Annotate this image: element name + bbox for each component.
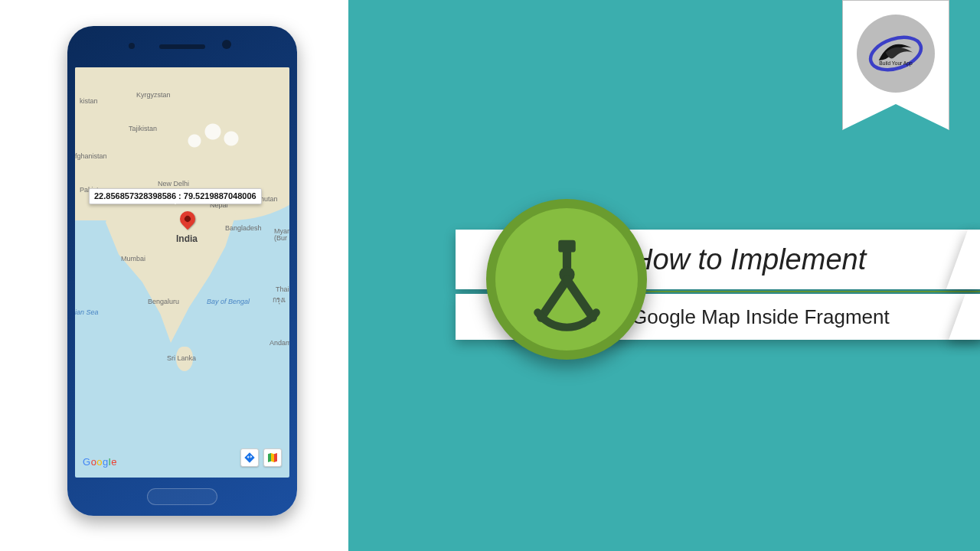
phone-camera	[222, 40, 231, 49]
map-label: Bengaluru	[148, 298, 179, 305]
map-label: Bay of Bengal	[207, 298, 250, 305]
map-label: Tajikistan	[129, 126, 157, 132]
map-mountains	[167, 113, 259, 159]
map-screen[interactable]: kistan Kyrgyzstan Tajikistan fghanistan …	[75, 67, 289, 478]
map-label: fghanistan	[75, 153, 107, 160]
map-label: Mumbai	[121, 256, 145, 262]
google-watermark: Google	[83, 457, 117, 467]
map-label: New Delhi	[158, 181, 189, 187]
phone-device: kistan Kyrgyzstan Tajikistan fghanistan …	[67, 26, 297, 516]
brand-ribbon: Build Your App	[842, 0, 949, 130]
map-label: Andama	[270, 340, 289, 347]
phone-sensor	[129, 43, 135, 49]
map-pin-label: India	[176, 234, 198, 243]
open-maps-button[interactable]	[263, 448, 282, 467]
map-pin-icon[interactable]	[180, 211, 195, 233]
phone-home-button	[147, 488, 217, 505]
map-label: กรุงเ	[273, 297, 286, 304]
android-studio-badge	[486, 199, 647, 360]
map-action-bar	[240, 448, 282, 467]
brand-logo-icon: Build Your App	[867, 25, 924, 82]
brand-text: Build Your App	[879, 60, 913, 67]
brand-disc: Build Your App	[857, 15, 935, 93]
android-studio-icon	[515, 228, 619, 331]
map-info-window[interactable]: 22.856857328398586 : 79.5219887048006	[89, 188, 262, 204]
title-line-1-text: How to Implement	[632, 243, 866, 276]
left-panel: kistan Kyrgyzstan Tajikistan fghanistan …	[0, 0, 348, 551]
map-label: ian Sea	[75, 309, 99, 316]
directions-icon	[243, 452, 256, 464]
svg-rect-2	[558, 240, 576, 252]
map-label: Bangladesh	[225, 225, 262, 232]
directions-button[interactable]	[240, 448, 259, 467]
phone-speaker	[159, 44, 205, 49]
title-group: How to Implement Google Map Inside Fragm…	[456, 230, 980, 340]
title-line-2-text: Google Map Inside Fragment	[632, 305, 890, 329]
maps-icon	[266, 452, 279, 464]
map-label: kistan	[80, 98, 98, 105]
map-label: Myar (Bur	[274, 228, 289, 242]
map-label: Thail	[276, 286, 289, 293]
map-label: Kyrgyzstan	[136, 92, 171, 99]
map-label: Sri Lanka	[167, 355, 196, 362]
right-panel: Build Your App How to Implement Google M…	[348, 0, 980, 551]
